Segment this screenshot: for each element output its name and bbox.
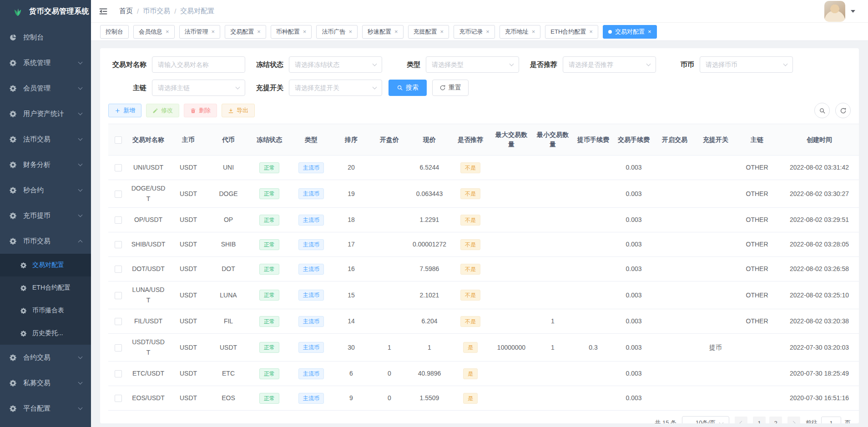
cell-created-at: 2022-08-02 03:28:05 (778, 232, 859, 257)
refresh-icon-button[interactable] (835, 103, 851, 118)
row-checkbox[interactable] (115, 191, 122, 198)
row-checkbox[interactable] (115, 292, 122, 299)
sidebar-item[interactable]: 法币交易 (0, 126, 91, 152)
type-badge: 主流币 (298, 393, 324, 404)
close-icon[interactable]: × (648, 28, 651, 35)
filter-input[interactable] (426, 56, 519, 73)
sidebar-subitem[interactable]: 历史委托... (0, 322, 91, 345)
tab[interactable]: 控制台 (100, 25, 129, 39)
sidebar-item[interactable]: 系统管理 (0, 50, 91, 75)
close-icon[interactable]: × (440, 28, 444, 35)
close-icon[interactable]: × (394, 28, 398, 35)
tab[interactable]: 法币管理 × (179, 25, 221, 39)
sidebar-item[interactable]: 币币交易 (0, 228, 91, 254)
close-icon[interactable]: × (486, 28, 490, 35)
sidebar-item[interactable]: 会员管理 (0, 75, 91, 101)
type-badge: 主流币 (298, 290, 324, 301)
row-checkbox[interactable] (115, 164, 122, 171)
caret-down-icon[interactable] (851, 10, 855, 13)
tab[interactable]: 秒速配置 × (362, 25, 404, 39)
export-button[interactable]: 导出 (222, 104, 255, 117)
close-icon[interactable]: × (589, 28, 593, 35)
page-size-select[interactable]: 10条/页 (682, 416, 729, 423)
cell-min-amount (532, 208, 573, 232)
hamburger-icon[interactable] (98, 6, 108, 16)
close-icon[interactable]: × (303, 28, 307, 35)
filter-field: 币币 (656, 56, 793, 73)
select-all-checkbox[interactable] (115, 136, 122, 144)
gear-icon (9, 161, 17, 169)
tab[interactable]: 法币广告 × (316, 25, 358, 39)
cell-created-at: 2020-07-30 16:51:16 (778, 386, 859, 411)
sidebar-group: 平台配置 (0, 396, 91, 421)
close-icon[interactable]: × (532, 28, 535, 35)
close-icon[interactable]: × (166, 28, 169, 35)
cell-deposit-withdraw (695, 180, 736, 208)
edit-button[interactable]: 修改 (146, 104, 179, 117)
sidebar-subitem[interactable]: 币币撮合表 (0, 299, 91, 322)
next-page-button[interactable] (787, 417, 800, 423)
prev-page-button[interactable] (735, 417, 747, 423)
cell-min-amount (532, 362, 573, 386)
search-icon-button[interactable] (814, 103, 830, 118)
tab[interactable]: 充提配置 × (408, 25, 449, 39)
goto-page-input[interactable] (821, 417, 841, 423)
filter-label: 币币 (656, 60, 700, 69)
add-button[interactable]: 新增 (108, 104, 141, 117)
user-avatar[interactable] (824, 1, 845, 22)
sidebar-item[interactable]: 控制台 (0, 25, 91, 50)
tab[interactable]: 交易配置 × (225, 25, 266, 39)
recommend-badge: 不是 (460, 188, 480, 199)
breadcrumb-item[interactable]: 币币交易 / (143, 7, 180, 15)
reset-button[interactable]: 重置 (432, 80, 469, 96)
column-header: 最大交易数量 (490, 124, 532, 156)
search-button[interactable]: 搜索 (389, 80, 427, 96)
delete-button[interactable]: 删除 (184, 104, 217, 117)
filter-input[interactable] (289, 56, 382, 73)
cell-chain: OTHER (736, 156, 778, 180)
breadcrumb-item[interactable]: 交易对配置 / (180, 7, 214, 15)
column-header: 现价 (409, 124, 450, 156)
tab[interactable]: 币种配置 × (271, 25, 312, 39)
table-row: SHIB/USDT USDT SHIB 正常 主流币 17 0.00001272… (108, 232, 859, 257)
filter-input[interactable] (563, 56, 656, 73)
close-icon[interactable]: × (257, 28, 261, 35)
sidebar-subitem[interactable]: ETH合约配置 (0, 276, 91, 299)
filter-input[interactable] (289, 80, 382, 96)
chevron-icon (78, 405, 83, 410)
row-checkbox[interactable] (115, 216, 122, 224)
close-icon[interactable]: × (212, 28, 215, 35)
sidebar-item-label: 财务分析 (23, 161, 79, 169)
tab[interactable]: ETH合约配置 × (545, 25, 598, 39)
cell-withdraw-fee (573, 281, 613, 309)
sidebar-item[interactable]: 私募交易 (0, 370, 91, 396)
tab[interactable]: 充币地址 × (500, 25, 541, 39)
cell-open-price (370, 180, 409, 208)
tab[interactable]: 会员信息 × (133, 25, 175, 39)
breadcrumb-item[interactable]: 首页 / (119, 7, 143, 15)
cell-trade-enabled (654, 180, 695, 208)
row-checkbox[interactable] (115, 318, 122, 325)
close-icon[interactable]: × (348, 28, 352, 35)
sidebar-item[interactable]: 秒合约 (0, 177, 91, 203)
page-button[interactable]: 1 (753, 417, 766, 423)
tab[interactable]: 充币记录 × (454, 25, 495, 39)
sidebar-item[interactable]: 平台配置 (0, 396, 91, 421)
row-checkbox[interactable] (115, 344, 122, 352)
filter-input[interactable] (700, 56, 793, 73)
sidebar-item[interactable]: 合约交易 (0, 345, 91, 370)
row-checkbox[interactable] (115, 370, 122, 377)
tab[interactable]: 交易对配置 × (603, 25, 657, 39)
filter-input[interactable] (152, 80, 245, 96)
page-button[interactable]: 2 (769, 417, 782, 423)
cell-current-price: 6.204 (409, 309, 450, 334)
sidebar-item[interactable]: 充币提币 (0, 203, 91, 228)
sidebar-item[interactable]: 用户资产统计 (0, 101, 91, 126)
sidebar-item[interactable]: 财务分析 (0, 152, 91, 177)
filter-input[interactable] (152, 56, 245, 73)
row-checkbox[interactable] (115, 266, 122, 273)
sidebar-subitem[interactable]: 交易对配置 (0, 254, 91, 276)
row-checkbox[interactable] (115, 241, 122, 248)
cell-trade-fee: 0.003 (613, 334, 654, 362)
row-checkbox[interactable] (115, 395, 122, 402)
